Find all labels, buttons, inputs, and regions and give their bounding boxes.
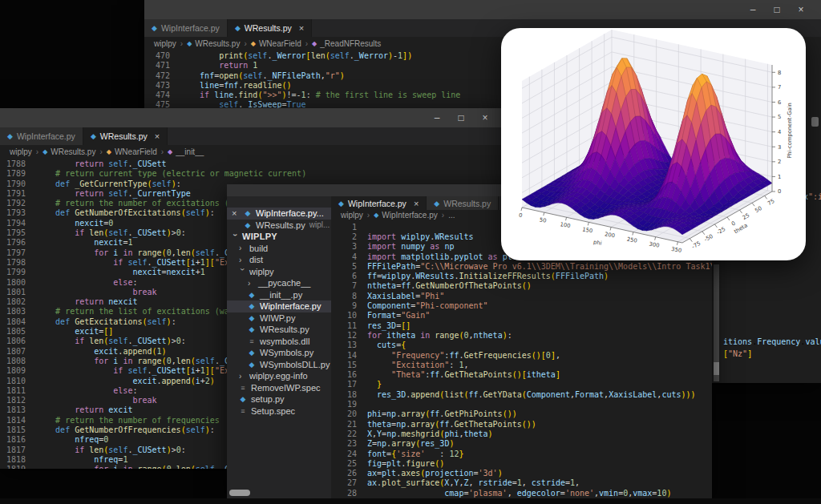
line-number: 10 [331,311,367,321]
breadcrumb-item[interactable]: ◆WResults.py [42,147,95,156]
tree-item-__pycache__[interactable]: ›__pycache__ [227,277,331,289]
svg-text:0: 0 [778,188,781,195]
tree-item-WResults.py[interactable]: ◆WResults.py [227,324,331,336]
tree-item-setup.py[interactable]: ◆setup.py [227,393,331,405]
svg-text:3: 3 [778,144,781,151]
line-number: 4 [331,252,367,262]
breadcrumb-item[interactable]: ◆_ReadNFResults [312,39,381,48]
scrollbar-thumb[interactable] [714,362,719,375]
python-file-icon: ◆ [248,314,256,322]
breadcrumb-item[interactable]: wiplpy [154,39,176,48]
line-number: 1804 [0,317,36,327]
line-number: 472 [144,71,180,81]
svg-text:8: 8 [778,70,781,76]
breadcrumb-separator-icon: › [161,147,164,156]
chevron-down-icon: › [231,233,240,240]
svg-text:4: 4 [778,129,781,135]
close-icon[interactable]: × [473,108,497,127]
python-file-icon: ◆ [248,361,256,369]
line-number: 1798 [0,258,36,268]
tab-label: WipInterface.py [161,23,220,33]
svg-text:50: 50 [754,205,762,214]
svg-text:0: 0 [519,212,524,220]
file-symbol-icon: ◆ [187,40,192,47]
code-editor[interactable]: 12import wiplpy.WResults3import numpy as… [331,220,712,498]
close-icon[interactable]: × [789,0,813,19]
close-tab-icon[interactable]: × [299,23,304,33]
tree-item-Setup.spec[interactable]: ≡Setup.spec [227,405,331,417]
breadcrumb-item[interactable]: wiplpy [10,147,32,156]
line-number: 1806 [0,337,36,346]
tab-WResults.py[interactable]: ◆WResults.py× [228,19,312,37]
line-number: 23 [331,439,367,449]
breadcrumb-item[interactable]: ◆WipInterface.py [374,211,438,220]
sidebar-scrollbar-thumb[interactable] [229,490,250,496]
titlebar[interactable]: – □ × [0,108,505,127]
code-line: 28 cmap='plasma', edgecolor='none',vmin=… [331,489,712,498]
svg-text:1: 1 [778,174,781,180]
breadcrumb-item[interactable]: ◆WNearField [107,147,157,156]
line-number: 3 [331,242,367,252]
tree-item-WIWP.py[interactable]: ◆WIWP.py [227,312,331,325]
line-number: 5 [331,262,367,272]
line-number: 28 [331,489,367,498]
tree-item-wsymbols.dll[interactable]: ≡wsymbols.dll [227,336,331,348]
tree-item-dist[interactable]: ›dist [227,254,331,266]
breadcrumb-item[interactable]: ◆WResults.py [187,39,240,48]
window-controls: – □ × [741,0,821,19]
line-number: 1807 [0,347,36,357]
code-line: 18 res_3D.append(list(ff.GetYData(Compon… [331,390,712,400]
line-number: 24 [331,450,367,459]
line-number: 15 [331,361,367,370]
tab-WResults.py[interactable]: ◆WResults.py× [83,127,168,145]
breadcrumb[interactable]: wiplpy›◆WResults.py›◆WNearField›◆__init_… [0,145,505,158]
code-line: 15 "Excitation": 1, [331,361,712,370]
breadcrumb-separator-icon: › [442,211,444,220]
close-icon[interactable]: × [232,208,240,218]
breadcrumb-item[interactable]: ... [448,211,455,220]
class-symbol-icon: ◆ [107,148,111,155]
line-number: 1814 [0,416,36,425]
line-number: 1802 [0,297,36,307]
tab-WipInterface.py[interactable]: ◆WipInterface.py [0,127,83,145]
tab-WResults.py[interactable]: ◆WResults.py [427,196,499,210]
close-tab-icon[interactable]: × [155,131,160,141]
chevron-right-icon: › [239,256,245,264]
tab-WipInterface.py[interactable]: ◆WipInterface.py× [331,196,427,210]
line-number: 1 [331,223,367,232]
close-tab-icon[interactable]: × [414,199,419,208]
chevron-down-icon: › [238,268,247,275]
minimize-icon[interactable]: – [741,0,765,19]
minimize-icon[interactable]: – [425,108,449,127]
maximize-icon[interactable]: □ [765,0,789,19]
scrollbar[interactable] [714,264,719,381]
tree-root-wiplpy[interactable]: ›WIPLPY [227,231,331,243]
svg-text:5: 5 [778,114,781,120]
breadcrumb-separator-icon: › [305,39,308,48]
tree-item-wiplpy.egg-info[interactable]: ›wiplpy.egg-info [227,370,331,382]
titlebar[interactable]: – □ × [144,0,821,19]
tree-item-wiplpy[interactable]: ›wiplpy [227,266,331,278]
code-line: 12for itheta in range(0,ntheta): [331,331,712,341]
tree-item-build[interactable]: ›build [227,243,331,255]
python-file-icon: ◆ [248,302,256,310]
tree-item-WSymbols.py[interactable]: ◆WSymbols.py [227,347,331,359]
line-number: 1796 [0,238,36,248]
matplotlib-figure-card: 050100150200250300350-75-50-250255075012… [501,28,806,260]
open-editor-item-WResults.py[interactable]: ◆WResults.pywipl... [227,220,331,232]
breadcrumb-item[interactable]: ◆__init__ [168,147,204,156]
tree-item-RemoveIWP.spec[interactable]: ≡RemoveIWP.spec [227,382,331,394]
tree-item-WSymbolsDLL.py[interactable]: ◆WSymbolsDLL.py [227,359,331,371]
tree-item-__init__.py[interactable]: ◆__init__.py [227,289,331,301]
breadcrumb-item[interactable]: ◆WNearField [251,39,301,48]
code-line: 27ax.plot_surface(X,Y,Z, rstride=1, cstr… [331,478,712,488]
svg-text:25: 25 [742,212,750,221]
tab-WipInterface.py[interactable]: ◆WipInterface.py [144,19,228,37]
code-line: 26ax=plt.axes(projection='3d') [331,469,712,478]
python-file-icon: ◆ [152,24,157,32]
breadcrumb-item[interactable]: wiplpy [341,211,363,220]
open-editor-item-WipInterface.py...[interactable]: ×◆WipInterface.py... [227,208,331,220]
maximize-icon[interactable]: □ [449,108,473,127]
tree-item-WipInterface.py[interactable]: ◆WipInterface.py [227,300,331,312]
line-number: 1790 [0,179,36,189]
